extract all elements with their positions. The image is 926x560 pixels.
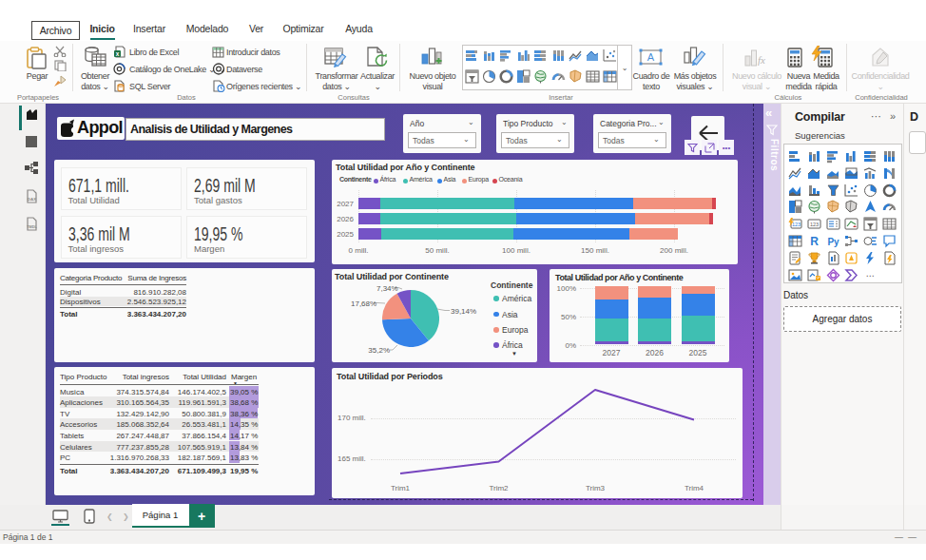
svg-text:TMDL: TMDL (27, 225, 37, 229)
svg-text:R: R (810, 235, 819, 248)
svg-text:x: x (116, 50, 120, 57)
svg-text:123: 123 (810, 222, 819, 227)
svg-text:A: A (647, 51, 655, 63)
svg-text:123: 123 (792, 222, 801, 227)
svg-text:fx: fx (758, 54, 765, 66)
svg-text:DAX: DAX (28, 197, 36, 202)
svg-text:⋯: ⋯ (866, 271, 876, 280)
svg-text:Py: Py (827, 237, 839, 247)
